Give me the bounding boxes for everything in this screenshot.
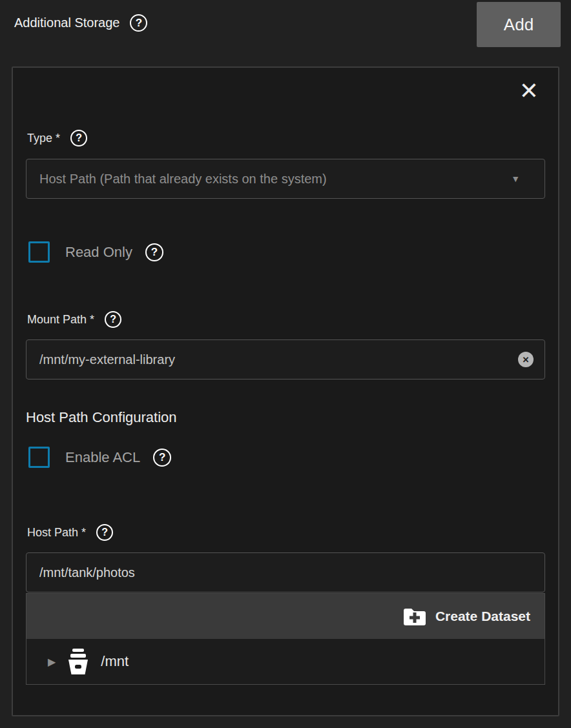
mount-path-input[interactable]	[26, 339, 545, 379]
help-icon[interactable]: ?	[153, 449, 171, 467]
file-browser-tree: ▶ /mnt	[26, 639, 545, 684]
clear-icon[interactable]: ✕	[518, 352, 534, 367]
read-only-checkbox[interactable]	[28, 241, 50, 263]
section-header: Additional Storage ?	[14, 14, 147, 32]
help-icon[interactable]: ?	[130, 14, 147, 32]
type-label: Type *	[27, 132, 60, 145]
read-only-label: Read Only	[65, 244, 132, 261]
type-select-value: Host Path (Path that already exists on t…	[39, 172, 327, 187]
host-path-label: Host Path *	[27, 526, 86, 540]
help-icon[interactable]: ?	[96, 524, 113, 541]
host-path-configuration-heading: Host Path Configuration	[26, 409, 177, 426]
tree-row-mnt[interactable]: ▶ /mnt	[26, 639, 545, 684]
enable-acl-row: Enable ACL ?	[28, 447, 171, 468]
tree-item-label: /mnt	[101, 653, 129, 670]
type-select[interactable]: Host Path (Path that already exists on t…	[26, 159, 545, 199]
dataset-icon	[67, 649, 90, 674]
folder-plus-icon	[402, 607, 427, 626]
storage-item-card: ✕ Type * ? Host Path (Path that already …	[12, 66, 559, 716]
host-path-field	[26, 552, 545, 592]
help-icon[interactable]: ?	[105, 311, 121, 328]
host-path-label-row: Host Path * ?	[27, 524, 113, 541]
file-browser-toolbar: Create Dataset	[26, 594, 545, 639]
create-dataset-label: Create Dataset	[435, 609, 530, 624]
enable-acl-checkbox[interactable]	[28, 447, 50, 468]
mount-path-label-row: Mount Path * ?	[27, 311, 121, 328]
add-button[interactable]: Add	[477, 2, 561, 47]
chevron-down-icon: ▼	[511, 174, 520, 184]
expand-arrow-icon[interactable]: ▶	[48, 656, 56, 668]
help-icon[interactable]: ?	[145, 243, 163, 261]
mount-path-label: Mount Path *	[27, 313, 94, 327]
file-browser: Create Dataset ▶ /mnt	[26, 593, 545, 685]
page-title: Additional Storage	[14, 15, 119, 30]
host-path-input[interactable]	[26, 552, 545, 592]
type-label-row: Type * ?	[27, 130, 87, 147]
close-icon[interactable]: ✕	[519, 79, 539, 103]
create-dataset-button[interactable]: Create Dataset	[402, 607, 530, 626]
read-only-row: Read Only ?	[28, 241, 163, 263]
mount-path-field: ✕	[26, 339, 545, 379]
enable-acl-label: Enable ACL	[65, 449, 140, 466]
additional-storage-page: Additional Storage ? Add ✕ Type * ? Host…	[0, 0, 571, 728]
help-icon[interactable]: ?	[70, 130, 87, 147]
